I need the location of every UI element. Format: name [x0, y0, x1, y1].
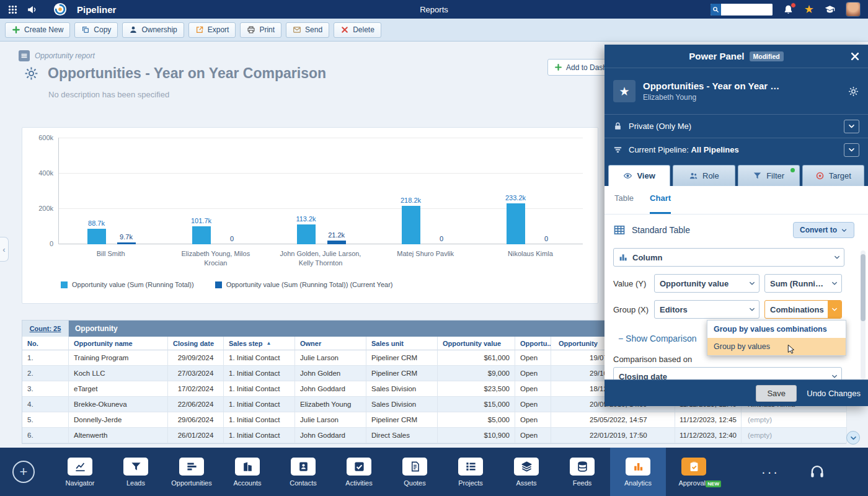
user-avatar[interactable] [846, 2, 861, 17]
column-header[interactable]: Sales step▲ [224, 337, 295, 350]
table-cell: 11/12/2023, 12:45 [675, 412, 742, 428]
column-header[interactable]: Sales unit [366, 337, 438, 350]
group-mode-select[interactable]: Combinations [764, 300, 842, 319]
convert-to-button[interactable]: Convert to [793, 222, 854, 238]
search-box[interactable] [711, 4, 773, 16]
table-row[interactable]: 5.Donnelly-Jerde29/06/20241. Initial Con… [22, 412, 846, 428]
create-new-button[interactable]: Create New [5, 22, 70, 38]
support-headset-icon[interactable] [809, 464, 825, 480]
report-list-icon[interactable] [19, 50, 30, 61]
tab-target[interactable]: Target [802, 165, 864, 186]
tab-label: View [637, 171, 655, 180]
table-cell: 2. [22, 366, 69, 381]
delete-button[interactable]: Delete [334, 22, 381, 38]
search-input[interactable] [721, 4, 773, 16]
show-comparison-toggle[interactable]: − Show Comparison [618, 334, 696, 343]
menu-item[interactable]: Group by values combinations [707, 321, 846, 338]
notifications-bell-icon[interactable] [783, 4, 794, 15]
chart-bar[interactable] [507, 203, 525, 244]
x-axis-label: Bill Smith [58, 249, 163, 268]
table-cell: 22/01/2019, 17:50 [551, 428, 675, 443]
quick-add-button[interactable]: + [12, 461, 35, 483]
nav-item-projects[interactable]: Projects [443, 448, 498, 496]
row-count-link[interactable]: Count: 25 [22, 321, 69, 337]
table-cell: 1. Initial Contact [224, 397, 295, 412]
group-field-select[interactable]: Editors [654, 300, 760, 319]
menu-item[interactable]: Group by values [707, 338, 846, 355]
save-button[interactable]: Save [756, 385, 797, 402]
breadcrumb: Opportunity report [19, 50, 95, 61]
scrollbar-thumb[interactable] [861, 254, 866, 321]
table-row[interactable]: 6.Altenwerth26/01/20241. Initial Contact… [22, 428, 846, 443]
nav-item-label: Assets [516, 479, 536, 487]
nav-item-accounts[interactable]: Accounts [219, 448, 275, 496]
more-menu-icon[interactable]: ··· [761, 465, 779, 479]
ownership-button[interactable]: Ownership [122, 22, 184, 38]
privacy-expand-button[interactable] [844, 120, 859, 133]
nav-item-navigator[interactable]: Navigator [52, 448, 108, 496]
collapse-table-button[interactable] [846, 431, 860, 445]
chart-bar[interactable] [402, 206, 420, 244]
activities-icon [347, 458, 371, 476]
chart-bar[interactable] [327, 241, 346, 244]
learning-cap-icon[interactable] [825, 4, 835, 15]
send-button[interactable]: Send [286, 22, 329, 38]
export-button[interactable]: Export [188, 22, 236, 38]
privacy-row[interactable]: Private (Only Me) [604, 114, 868, 138]
table-cell: (empty) [742, 428, 847, 443]
chart-type-select[interactable]: Column [613, 248, 844, 267]
favorites-star-icon[interactable]: ★ [804, 4, 814, 15]
apps-grid-icon[interactable] [7, 4, 18, 15]
column-header[interactable]: Opportunity name [69, 337, 168, 350]
column-header[interactable]: Opportu... [515, 337, 551, 350]
undo-changes-button[interactable]: Undo Changes [807, 389, 861, 398]
column-header[interactable]: Opportunity value [438, 337, 515, 350]
panel-report-info: ★ Opportunities - Year on Year … Elizabe… [604, 68, 868, 114]
pipeline-row[interactable]: Current Pipeline: All Pipelines [604, 138, 868, 161]
report-settings-icon[interactable] [24, 66, 39, 81]
nav-item-activities[interactable]: Activities [331, 448, 387, 496]
comparison-field-select[interactable]: Closing date [613, 367, 842, 379]
column-header[interactable]: No. [22, 337, 69, 350]
column-header[interactable]: Owner [295, 337, 366, 350]
print-button[interactable]: Print [240, 22, 281, 38]
power-panel-title: Power Panel [689, 51, 744, 61]
nav-item-quotes[interactable]: Quotes [387, 448, 443, 496]
pipeline-expand-button[interactable] [844, 143, 859, 157]
panel-scrollbar[interactable] [861, 250, 866, 379]
subtab-table[interactable]: Table [614, 193, 634, 214]
nav-item-approvals[interactable]: ApprovalsNEW [666, 448, 722, 496]
subtab-chart[interactable]: Chart [650, 193, 671, 214]
tab-role[interactable]: Role [673, 165, 735, 186]
value-aggregation-select[interactable]: Sum (Runni… [764, 274, 842, 293]
column-header[interactable]: Closing date [168, 337, 224, 350]
table-cell: Koch LLC [69, 366, 168, 381]
favorite-report-star-icon[interactable]: ★ [613, 80, 636, 102]
close-icon[interactable] [849, 51, 861, 62]
nav-item-opportunities[interactable]: Opportunities [164, 448, 219, 496]
nav-item-analytics[interactable]: Analytics [610, 448, 666, 496]
accounts-icon [235, 458, 260, 476]
toolbar-button-label: Ownership [141, 25, 177, 34]
table-cell: 25/05/2022, 14:57 [551, 412, 675, 428]
column-header-label: Opportu... [520, 340, 551, 347]
copy-button[interactable]: Copy [74, 22, 118, 38]
gear-icon[interactable] [848, 86, 859, 97]
tab-view[interactable]: View [608, 165, 670, 186]
chart-bar[interactable] [117, 242, 136, 244]
nav-item-contacts[interactable]: Contacts [275, 448, 331, 496]
sidebar-expander[interactable]: ‹ [0, 237, 9, 262]
announcements-icon[interactable] [27, 4, 37, 15]
tab-filter[interactable]: Filter [738, 165, 800, 186]
nav-item-assets[interactable]: Assets [498, 448, 554, 496]
toolbar-button-label: Export [208, 25, 229, 34]
chart-bar[interactable] [192, 226, 211, 244]
nav-item-feeds[interactable]: Feeds [554, 448, 610, 496]
table-cell: Julie Larson [295, 412, 366, 428]
table-cell: 29/06/2024 [168, 412, 224, 428]
menu-item-label: Group by values combinations [714, 325, 827, 334]
nav-item-leads[interactable]: Leads [108, 448, 164, 496]
value-field-select[interactable]: Opportunity value [654, 274, 760, 293]
chart-bar[interactable] [297, 224, 316, 244]
chart-bar[interactable] [87, 229, 106, 244]
